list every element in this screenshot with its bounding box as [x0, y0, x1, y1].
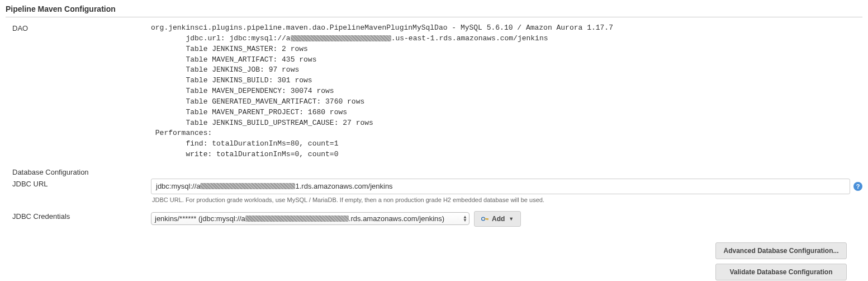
jdbc-url-input[interactable]: jdbc:mysql://a1.rds.amazonaws.com/jenkin… [151, 179, 850, 194]
bottom-buttons: Advanced Database Configuration... Valid… [6, 242, 862, 280]
database-configuration-label: Database Configuration [6, 168, 862, 176]
dao-row: DAO org.jenkinsci.plugins.pipeline.maven… [6, 23, 862, 160]
add-credentials-button[interactable]: Add ▼ [474, 211, 521, 227]
table-maven-artifact: Table MAVEN_ARTIFACT: 435 rows [186, 55, 316, 64]
table-generated-maven-artifact: Table GENERATED_MAVEN_ARTIFACT: 3760 row… [186, 97, 364, 106]
perf-find: find: totalDurationInMs=80, count=1 [186, 139, 338, 148]
redacted-host [245, 216, 349, 222]
jdbc-url-help-text: JDBC URL. For production grade workloads… [152, 196, 862, 203]
jdbc-url-row: JDBC URL jdbc:mysql://a1.rds.amazonaws.c… [6, 179, 862, 203]
performances-label: Performances: [155, 129, 212, 137]
credentials-select-prefix: jenkins/****** (jdbc:mysql://a [155, 214, 245, 223]
dao-label: DAO [6, 23, 151, 32]
dao-info-block: org.jenkinsci.plugins.pipeline.maven.dao… [151, 23, 862, 160]
perf-write: write: totalDurationInMs=0, count=0 [186, 150, 338, 158]
credentials-select-wrap: jenkins/****** (jdbc:mysql://a.rds.amazo… [151, 212, 469, 225]
dao-jdbc-suffix: .us-east-1.rds.amazonaws.com/jenkins [391, 34, 548, 43]
jdbc-url-prefix: jdbc:mysql://a [156, 182, 200, 190]
jdbc-url-suffix: 1.rds.amazonaws.com/jenkins [295, 182, 392, 190]
table-jenkins-build: Table JENKINS_BUILD: 301 rows [186, 76, 312, 85]
section-title: Pipeline Maven Configuration [6, 4, 862, 17]
credentials-select-suffix: .rds.amazonaws.com/jenkins) [349, 214, 444, 223]
advanced-button-label: Advanced Database Configuration... [723, 247, 838, 255]
validate-button-label: Validate Database Configuration [729, 268, 832, 276]
svg-rect-2 [487, 218, 488, 220]
table-jenkins-build-upstream-cause: Table JENKINS_BUILD_UPSTREAM_CAUSE: 27 r… [186, 119, 373, 127]
table-maven-dependency: Table MAVEN_DEPENDENCY: 30074 rows [186, 87, 334, 95]
jdbc-url-label: JDBC URL [6, 179, 151, 188]
redacted-host [200, 183, 295, 189]
add-button-label: Add [492, 215, 505, 223]
jdbc-credentials-label: JDBC Credentials [6, 211, 151, 221]
dao-class-line: org.jenkinsci.plugins.pipeline.maven.dao… [151, 24, 613, 32]
help-icon[interactable]: ? [853, 182, 862, 191]
caret-down-icon: ▼ [509, 216, 514, 222]
advanced-database-config-button[interactable]: Advanced Database Configuration... [715, 242, 847, 259]
table-maven-parent-project: Table MAVEN_PARENT_PROJECT: 1680 rows [186, 108, 347, 116]
dao-jdbc-prefix: jdbc.url: jdbc:mysql://a [186, 34, 290, 43]
key-icon [481, 216, 489, 222]
redacted-host [291, 35, 391, 41]
svg-point-0 [482, 217, 485, 221]
svg-rect-3 [486, 218, 487, 219]
table-jenkins-master: Table JENKINS_MASTER: 2 rows [186, 45, 307, 53]
table-jenkins-job: Table JENKINS_JOB: 97 rows [186, 65, 299, 74]
jdbc-credentials-row: JDBC Credentials jenkins/****** (jdbc:my… [6, 211, 862, 227]
validate-database-config-button[interactable]: Validate Database Configuration [715, 264, 847, 280]
credentials-select[interactable]: jenkins/****** (jdbc:mysql://a.rds.amazo… [151, 212, 469, 225]
